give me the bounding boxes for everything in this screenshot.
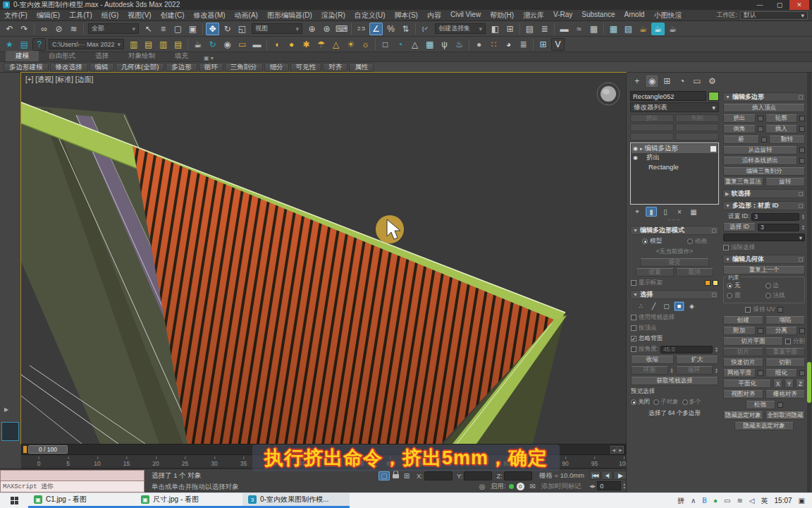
extrude-settings-icon[interactable] xyxy=(758,116,763,121)
preview-subobject-radio[interactable]: 子对象 xyxy=(653,398,679,406)
isolate-toggle-icon[interactable]: ◎ xyxy=(476,482,488,491)
reference-coordinate-dropdown[interactable]: 视图▾ xyxy=(252,23,302,34)
motion-tab[interactable]: ◔ xyxy=(677,75,687,87)
slice-plane-button[interactable]: 切片平面 xyxy=(723,337,783,346)
menu-item-16[interactable]: V-Ray xyxy=(553,11,572,20)
notification-center-icon[interactable]: ▣ xyxy=(799,497,805,504)
speaker-icon[interactable]: ◁ xyxy=(749,497,755,504)
rollout-header[interactable]: ▼编辑多边形 xyxy=(722,92,806,102)
slice-button[interactable]: 切片 xyxy=(723,348,763,356)
remove-modifier-icon[interactable]: × xyxy=(674,207,685,217)
ribbon-toggle-icon[interactable]: ▬ xyxy=(558,23,571,35)
select-and-rotate-icon[interactable]: ↻ xyxy=(221,23,234,35)
ribbon-group-7[interactable]: 细分 xyxy=(264,63,289,72)
unhide-all-button[interactable]: 全部取消隐藏 xyxy=(765,411,806,420)
sun-light-icon[interactable]: ☀ xyxy=(344,38,357,51)
extrude-button[interactable]: 挤出 xyxy=(723,114,756,123)
ribbon-tab-2[interactable]: 选择 xyxy=(85,51,118,61)
stack-item-edit-poly[interactable]: ◉ ▸ 编辑多边形 xyxy=(632,144,718,153)
ribbon-group-2[interactable]: 编辑 xyxy=(90,63,114,72)
show-cage-checkbox[interactable] xyxy=(631,280,636,286)
vertex-subobject-icon[interactable]: ∴ xyxy=(636,301,646,311)
cage-color-swatch-1[interactable] xyxy=(705,280,710,286)
preserve-uv-checkbox[interactable] xyxy=(745,307,751,313)
relax-button[interactable]: 松弛 xyxy=(746,401,775,409)
extrude-along-spline-button[interactable]: 沿样条线挤出 xyxy=(723,157,797,165)
ribbon-group-4[interactable]: 多边形 xyxy=(166,63,197,72)
maximize-button[interactable]: ▢ xyxy=(770,0,789,10)
constraint-edge-radio[interactable]: 边 xyxy=(765,282,802,290)
menu-item-8[interactable]: 图形编辑器(D) xyxy=(267,11,312,20)
ribbon-tab-3[interactable]: 对象绘制 xyxy=(118,51,165,61)
light-sphere-icon[interactable]: ● xyxy=(285,38,298,51)
unlink-selection-icon[interactable]: ⊘ xyxy=(52,23,66,35)
layers-icon[interactable]: ≣ xyxy=(517,38,530,51)
start-button[interactable] xyxy=(0,493,28,508)
workspace-dropdown[interactable]: 默认▾ xyxy=(740,11,808,20)
light-gear-icon[interactable]: ✱ xyxy=(300,38,313,51)
snap-toggle-25-icon[interactable]: 2.5 xyxy=(355,23,368,35)
use-stack-selection-checkbox[interactable] xyxy=(631,315,636,320)
make-unique-icon[interactable]: ▯ xyxy=(660,207,671,217)
taskbar-app-size[interactable]: ▣ 尺寸.jpg - 看图 xyxy=(135,493,242,508)
inset-button[interactable]: 插入 xyxy=(765,125,798,133)
menu-item-13[interactable]: Civil View xyxy=(450,11,481,20)
reset-plane-button[interactable]: 重置平面 xyxy=(765,348,806,356)
mini-play-icon[interactable]: ▶ xyxy=(4,406,8,413)
detach-settings-icon[interactable] xyxy=(799,328,805,334)
hidden-icons-chevron[interactable]: ∧ xyxy=(691,497,696,504)
hide-unselected-button[interactable]: 隐藏未选定对象 xyxy=(734,422,794,430)
open-folder-icon[interactable]: ▤ xyxy=(142,38,155,51)
select-id-button[interactable]: 选择 ID xyxy=(723,223,756,231)
ribbon-group-10[interactable]: 属性 xyxy=(349,63,374,72)
spinner-snap-icon[interactable]: ⇅ xyxy=(399,23,412,35)
current-frame-field[interactable]: 0 xyxy=(597,481,621,490)
bridge-settings-icon[interactable] xyxy=(761,137,767,143)
shrink-button[interactable]: 收缩 xyxy=(631,356,674,364)
geometry-sphere-icon[interactable]: ◔ xyxy=(393,38,407,51)
render-setup-icon[interactable]: ▦ xyxy=(607,23,620,35)
view-align-button[interactable]: 视图对齐 xyxy=(723,390,763,399)
next-frame-button[interactable]: ▶ xyxy=(617,446,624,454)
ribbon-tab-1[interactable]: 自由形式 xyxy=(39,51,85,61)
get-stack-selection-button[interactable]: 获取堆栈选择 xyxy=(631,377,718,385)
ribbon-tab-4[interactable]: 填充 xyxy=(165,51,198,61)
bluetooth-icon[interactable]: Ƀ xyxy=(702,497,707,504)
viewport[interactable]: [+] [透视] [标准] [边面] xyxy=(21,73,626,444)
select-and-scale-icon[interactable]: ◱ xyxy=(235,23,249,35)
z-coordinate-field[interactable] xyxy=(504,471,532,480)
menu-item-15[interactable]: 溜云库 xyxy=(523,11,544,20)
y-coordinate-field[interactable] xyxy=(464,471,492,480)
light-dome-icon[interactable]: ◖ xyxy=(270,38,283,51)
green-status-icon[interactable]: ● xyxy=(713,497,718,504)
insert-vertex-button[interactable]: 插入顶点 xyxy=(723,104,805,112)
radio-animate[interactable]: 动画 xyxy=(687,237,707,246)
menu-item-0[interactable]: 文件(F) xyxy=(4,11,27,20)
enable-status-dot[interactable] xyxy=(509,484,514,489)
maxscript-mini-listener[interactable]: MAXScript 迷你 xyxy=(0,470,144,492)
polygon-subobject-icon[interactable]: ■ xyxy=(674,301,684,311)
select-and-manipulate-icon[interactable]: ⊛ xyxy=(320,23,333,35)
help-icon[interactable]: ? xyxy=(32,38,46,51)
select-by-name-icon[interactable]: ≡ xyxy=(156,23,170,35)
time-slider-handle[interactable]: 0 / 100 xyxy=(28,445,68,454)
link-file-icon[interactable]: ▥ xyxy=(156,38,170,51)
render-production-icon[interactable]: ☕ xyxy=(651,23,665,35)
layer-explorer-icon[interactable]: ≣ xyxy=(538,23,551,35)
menu-item-6[interactable]: 修改器(M) xyxy=(194,11,226,20)
radio-model[interactable]: 模型 xyxy=(642,237,662,246)
constraint-normal-radio[interactable]: 法线 xyxy=(765,291,802,300)
material-name-dropdown[interactable]: ▾ xyxy=(723,234,805,241)
rendered-frame-icon[interactable]: ▤ xyxy=(622,23,635,35)
menu-item-19[interactable]: 小图快渲 xyxy=(653,11,682,20)
attach-settings-icon[interactable] xyxy=(758,328,763,334)
render-icon[interactable]: ☕ xyxy=(666,23,679,35)
by-vertex-checkbox[interactable] xyxy=(631,325,636,331)
import-file-icon[interactable]: ▥ xyxy=(127,38,140,51)
edit-triangulation-button[interactable]: 编辑三角剖分 xyxy=(723,167,805,176)
visibility-eye-icon[interactable]: ◉ xyxy=(633,145,638,152)
grow-button[interactable]: 扩大 xyxy=(676,356,719,364)
planar-y-button[interactable]: Y xyxy=(785,380,794,388)
curve-editor-icon[interactable]: ≈ xyxy=(572,23,586,35)
rollout-header[interactable]: ▼编辑几何体 xyxy=(722,255,806,264)
